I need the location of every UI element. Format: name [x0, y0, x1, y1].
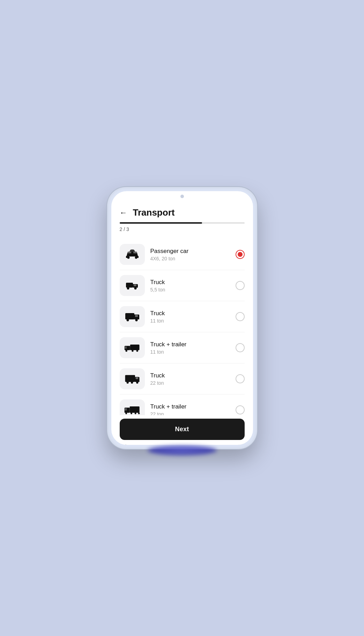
transport-name: Truck + trailer: [150, 341, 236, 348]
svg-point-11: [126, 319, 129, 321]
svg-rect-8: [134, 284, 136, 286]
transport-info-truck-trailer-22: Truck + trailer 22 ton: [150, 403, 236, 417]
back-button[interactable]: ←: [120, 209, 127, 217]
truck-medium-icon: [124, 310, 141, 323]
transport-spec: 11 ton: [150, 318, 236, 324]
radio-button-truck-5[interactable]: [236, 281, 245, 290]
svg-point-6: [127, 287, 129, 290]
transport-info-truck-trailer-11: Truck + trailer 11 ton: [150, 341, 236, 355]
svg-point-16: [125, 350, 127, 352]
svg-rect-2: [128, 252, 131, 253]
radio-button-truck-22[interactable]: [236, 374, 245, 383]
svg-point-18: [136, 350, 138, 352]
radio-button-truck-trailer-22[interactable]: [236, 405, 245, 414]
transport-name: Passenger car: [150, 248, 236, 255]
transport-spec: 5,5 ton: [150, 287, 236, 292]
truck-large-icon: [124, 373, 141, 385]
transport-list: Passenger car 4X6, 20 ton: [120, 235, 245, 445]
svg-point-1: [135, 256, 137, 259]
truck-small-icon: [124, 279, 141, 292]
svg-rect-32: [125, 408, 127, 411]
svg-point-17: [132, 350, 133, 352]
transport-icon-truck-trailer-small: [120, 337, 145, 358]
transport-info-passenger-car: Passenger car 4X6, 20 ton: [150, 248, 236, 261]
transport-info-truck-5: Truck 5,5 ton: [150, 279, 236, 292]
transport-item-truck-11[interactable]: Truck 11 ton: [120, 301, 245, 332]
next-button[interactable]: Next: [120, 419, 245, 440]
svg-point-23: [131, 382, 133, 384]
truck-trailer-small-icon: [124, 341, 141, 354]
transport-name: Truck: [150, 279, 236, 286]
next-button-container: Next: [120, 415, 245, 445]
transport-item-truck-22[interactable]: Truck 22 ton: [120, 363, 245, 395]
transport-icon-truck-small: [120, 275, 145, 296]
transport-name: Truck: [150, 310, 236, 317]
svg-rect-19: [125, 346, 126, 348]
transport-icon-truck-large: [120, 368, 145, 389]
svg-point-0: [127, 256, 129, 259]
svg-point-7: [134, 287, 136, 290]
transport-item-passenger-car[interactable]: Passenger car 4X6, 20 ton: [120, 239, 245, 270]
transport-spec: 22 ton: [150, 380, 236, 386]
progress-bar-fill: [120, 222, 202, 224]
car-icon: [124, 248, 141, 261]
radio-button-passenger-car[interactable]: [236, 250, 245, 259]
svg-rect-3: [133, 252, 137, 253]
status-bar: [111, 191, 253, 202]
svg-point-29: [131, 412, 132, 414]
radio-inner: [238, 252, 243, 257]
transport-spec: 11 ton: [150, 349, 236, 355]
svg-point-24: [136, 382, 138, 384]
svg-point-28: [125, 412, 127, 414]
svg-rect-4: [126, 283, 133, 288]
progress-container: 2 / 3: [120, 222, 245, 235]
truck-trailer-large-icon: [124, 404, 141, 416]
svg-rect-15: [130, 345, 139, 350]
transport-name: Truck: [150, 372, 236, 379]
transport-spec: 4X6, 20 ton: [150, 256, 236, 261]
svg-rect-20: [125, 375, 135, 382]
page-title: Transport: [133, 207, 175, 218]
svg-point-12: [135, 319, 138, 321]
phone-shell: ← Transport 2 / 3: [107, 187, 257, 449]
radio-button-truck-11[interactable]: [236, 312, 245, 321]
svg-rect-27: [129, 406, 139, 413]
transport-info-truck-22: Truck 22 ton: [150, 372, 236, 386]
transport-item-truck-trailer-11[interactable]: Truck + trailer 11 ton: [120, 332, 245, 363]
svg-point-22: [126, 382, 128, 384]
transport-name: Truck + trailer: [150, 403, 236, 410]
transport-info-truck-11: Truck 11 ton: [150, 310, 236, 324]
progress-bar-track: [120, 222, 245, 224]
progress-label: 2 / 3: [120, 226, 245, 232]
svg-rect-25: [135, 377, 138, 379]
camera-dot: [180, 195, 184, 198]
svg-point-31: [138, 412, 140, 414]
content-area: ← Transport 2 / 3: [111, 202, 253, 445]
transport-icon-car: [120, 244, 145, 265]
transport-item-truck-5[interactable]: Truck 5,5 ton: [120, 270, 245, 301]
header: ← Transport: [120, 202, 245, 222]
phone-screen: ← Transport 2 / 3: [111, 191, 253, 445]
svg-rect-9: [125, 313, 134, 319]
svg-rect-13: [135, 315, 138, 317]
radio-button-truck-trailer-11[interactable]: [236, 343, 245, 352]
transport-icon-truck-medium: [120, 306, 145, 327]
svg-point-30: [134, 412, 136, 414]
